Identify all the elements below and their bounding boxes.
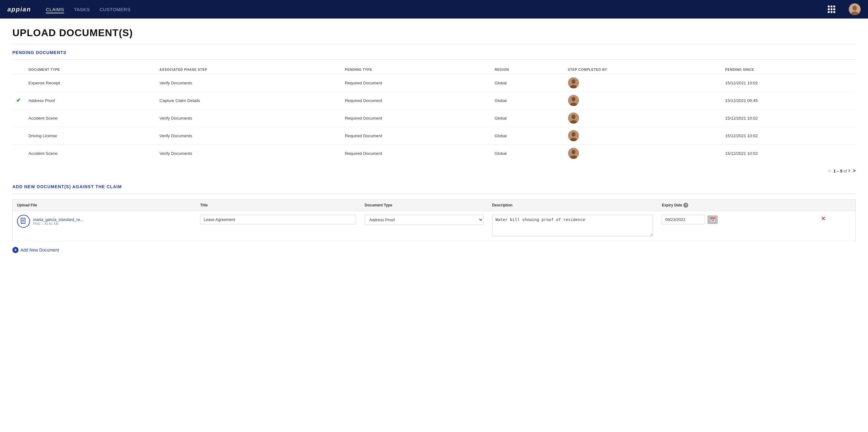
cell-phase_step: Capture Claim Details: [156, 92, 341, 109]
pending-since-cell: 15/12/2021 10:02: [721, 145, 856, 162]
col-pending-since: PENDING SINCE: [721, 65, 856, 74]
delete-row-button[interactable]: ✕: [819, 215, 827, 222]
cell-pending_type: Required Document: [341, 92, 491, 109]
step-completed-by-cell: [564, 127, 722, 145]
pagination: < 1 – 5 of 7 >: [12, 165, 856, 175]
grid-menu-icon[interactable]: [828, 6, 835, 13]
th-actions: [815, 200, 855, 211]
calendar-button[interactable]: 📅: [708, 215, 718, 224]
cell-region: Global: [491, 74, 564, 92]
col-step-completed-by: STEP COMPLETED BY: [564, 65, 722, 74]
file-info: maria_garcia_standard_re... PNG – 40.61 …: [33, 217, 84, 226]
cell-region: Global: [491, 92, 564, 109]
check-cell: [12, 127, 25, 145]
svg-point-7: [572, 97, 576, 101]
check-cell: ✔: [12, 92, 25, 109]
cell-phase_step: Verify Documents: [156, 127, 341, 145]
cell-region: Global: [491, 109, 564, 127]
file-meta: PNG – 40.61 KB: [33, 222, 84, 226]
page-title: UPLOAD DOCUMENT(S): [12, 27, 856, 39]
svg-point-10: [572, 114, 576, 119]
cell-document_type: Address Proof: [25, 92, 156, 109]
add-document-row: maria_garcia_standard_re... PNG – 40.61 …: [13, 211, 856, 241]
cell-pending_type: Required Document: [341, 109, 491, 127]
svg-point-13: [572, 132, 576, 137]
cell-document_type: Expense Receipt: [25, 74, 156, 92]
pending-since-cell: 15/12/2021 10:02: [721, 127, 856, 145]
col-document-type: DOCUMENT TYPE: [25, 65, 156, 74]
add-new-document-label: Add New Document: [21, 247, 59, 253]
th-title: Title: [196, 200, 361, 211]
svg-point-4: [572, 79, 576, 84]
expiry-date-input[interactable]: [662, 215, 705, 224]
col-region: REGION: [491, 65, 564, 74]
col-phase-step: ASSOCIATED PHASE STEP: [156, 65, 341, 74]
cell-document_type: Accident Scene: [25, 145, 156, 162]
table-row: Driving LicenseVerify DocumentsRequired …: [12, 127, 856, 145]
nav-claims[interactable]: CLAIMS: [46, 6, 64, 13]
check-cell: [12, 109, 25, 127]
add-section: ADD NEW DOCUMENT(S) AGAINST THE CLAIM Up…: [12, 184, 856, 253]
add-new-document-link[interactable]: + Add New Document: [12, 247, 856, 253]
svg-point-16: [572, 150, 576, 154]
delete-cell: ✕: [815, 211, 855, 241]
title-input[interactable]: [200, 215, 356, 224]
step-completed-by-cell: [564, 92, 722, 109]
table-row: ✔Address ProofCapture Claim DetailsRequi…: [12, 92, 856, 109]
nav-tasks[interactable]: TASKS: [74, 6, 90, 13]
pending-documents-table: DOCUMENT TYPE ASSOCIATED PHASE STEP PEND…: [12, 65, 856, 162]
user-avatar[interactable]: [849, 3, 861, 15]
description-cell: Water bill showing proof of residence: [488, 211, 658, 241]
pending-section-title: PENDING DOCUMENTS: [12, 50, 856, 55]
logo-text: appian: [7, 6, 31, 13]
add-documents-table: Upload File Title Document Type Descript…: [12, 199, 856, 241]
cell-region: Global: [491, 145, 564, 162]
svg-point-1: [852, 6, 857, 10]
th-upload-file: Upload File: [13, 200, 196, 211]
col-pending-type: PENDING TYPE: [341, 65, 491, 74]
plus-icon: +: [12, 247, 19, 253]
step-completed-by-cell: [564, 109, 722, 127]
logo: appian: [7, 6, 31, 13]
cell-phase_step: Verify Documents: [156, 109, 341, 127]
cell-pending_type: Required Document: [341, 127, 491, 145]
pending-since-cell: 15/12/2021 10:02: [721, 109, 856, 127]
pagination-of: of: [843, 169, 848, 173]
cell-region: Global: [491, 127, 564, 145]
pending-since-cell: 15/12/2021 09:45: [721, 92, 856, 109]
prev-page-button[interactable]: <: [828, 168, 831, 174]
document-type-select[interactable]: Address Proof Expense Receipt Accident S…: [365, 215, 484, 225]
step-completed-by-cell: [564, 145, 722, 162]
table-row: Accident SceneVerify DocumentsRequired D…: [12, 109, 856, 127]
cell-phase_step: Verify Documents: [156, 145, 341, 162]
document-type-cell: Address Proof Expense Receipt Accident S…: [361, 211, 488, 241]
next-page-button[interactable]: >: [853, 168, 856, 174]
check-cell: [12, 74, 25, 92]
step-completed-by-cell: [564, 74, 722, 92]
pagination-range: 1 – 5 of 7: [833, 169, 850, 173]
cell-document_type: Accident Scene: [25, 109, 156, 127]
nav-customers[interactable]: CUSTOMERS: [100, 6, 130, 13]
check-icon: ✔: [16, 97, 21, 103]
expiry-date-help-icon[interactable]: ?: [683, 203, 688, 208]
cell-document_type: Driving License: [25, 127, 156, 145]
file-name: maria_garcia_standard_re...: [33, 217, 84, 222]
cell-pending_type: Required Document: [341, 145, 491, 162]
table-row: Expense ReceiptVerify DocumentsRequired …: [12, 74, 856, 92]
navbar: appian CLAIMS TASKS CUSTOMERS: [0, 0, 868, 19]
expiry-date-cell: 📅: [657, 211, 815, 241]
col-check: [12, 65, 25, 74]
title-cell: [196, 211, 361, 241]
cell-phase_step: Verify Documents: [156, 74, 341, 92]
check-cell: [12, 145, 25, 162]
th-document-type: Document Type: [361, 200, 488, 211]
pagination-total: 7: [848, 169, 850, 173]
table-row: Accident SceneVerify DocumentsRequired D…: [12, 145, 856, 162]
add-section-title: ADD NEW DOCUMENT(S) AGAINST THE CLAIM: [12, 184, 856, 189]
th-description: Description: [488, 200, 658, 211]
upload-file-cell: maria_garcia_standard_re... PNG – 40.61 …: [13, 211, 196, 241]
main-content: UPLOAD DOCUMENT(S) PENDING DOCUMENTS DOC…: [0, 19, 868, 262]
file-icon: [17, 215, 30, 228]
pending-since-cell: 15/12/2021 10:02: [721, 74, 856, 92]
description-textarea[interactable]: Water bill showing proof of residence: [492, 215, 653, 236]
